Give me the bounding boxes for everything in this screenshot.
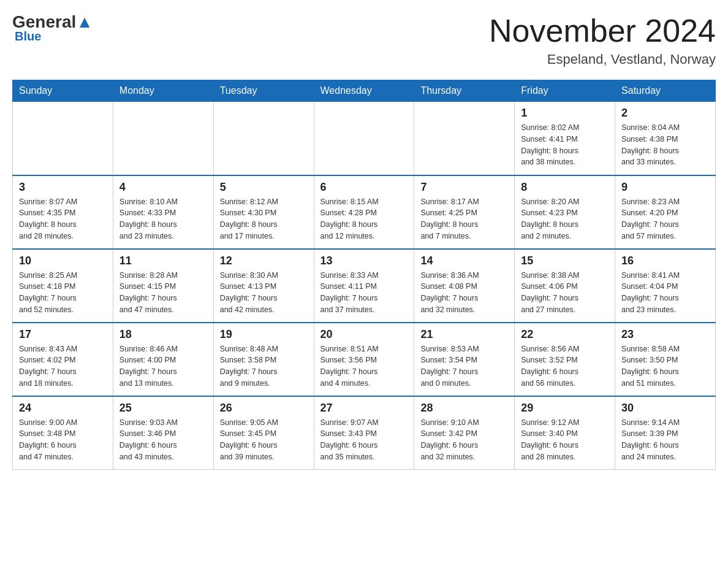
logo-subtext: Blue	[12, 29, 41, 44]
header-wednesday: Wednesday	[314, 80, 414, 102]
day-number: 13	[320, 255, 408, 267]
day-number: 25	[119, 402, 207, 415]
day-info: Sunrise: 9:00 AMSunset: 3:48 PMDaylight:…	[19, 417, 107, 463]
day-info: Sunrise: 8:48 AMSunset: 3:58 PMDaylight:…	[220, 343, 308, 389]
main-title: November 2024	[489, 12, 716, 49]
calendar-cell: 11Sunrise: 8:28 AMSunset: 4:15 PMDayligh…	[113, 249, 213, 323]
header-sunday: Sunday	[13, 80, 113, 102]
day-number: 2	[621, 107, 709, 120]
calendar-cell: 9Sunrise: 8:23 AMSunset: 4:20 PMDaylight…	[615, 175, 716, 249]
day-info: Sunrise: 9:05 AMSunset: 3:45 PMDaylight:…	[220, 417, 308, 463]
week-row-5: 24Sunrise: 9:00 AMSunset: 3:48 PMDayligh…	[13, 396, 716, 470]
day-number: 12	[220, 255, 308, 267]
day-info: Sunrise: 8:36 AMSunset: 4:08 PMDaylight:…	[420, 270, 508, 316]
header-friday: Friday	[515, 80, 615, 102]
calendar-cell: 21Sunrise: 8:53 AMSunset: 3:54 PMDayligh…	[414, 323, 515, 396]
day-info: Sunrise: 8:56 AMSunset: 3:52 PMDaylight:…	[521, 343, 609, 389]
calendar-cell: 27Sunrise: 9:07 AMSunset: 3:43 PMDayligh…	[314, 396, 414, 470]
calendar-cell: 5Sunrise: 8:12 AMSunset: 4:30 PMDaylight…	[213, 175, 314, 249]
day-number: 23	[621, 328, 709, 341]
week-row-4: 17Sunrise: 8:43 AMSunset: 4:02 PMDayligh…	[13, 323, 716, 396]
day-number: 18	[119, 328, 207, 341]
day-info: Sunrise: 8:41 AMSunset: 4:04 PMDaylight:…	[621, 270, 709, 316]
calendar-table: SundayMondayTuesdayWednesdayThursdayFrid…	[12, 80, 716, 470]
calendar-cell: 12Sunrise: 8:30 AMSunset: 4:13 PMDayligh…	[213, 249, 314, 323]
calendar-cell: 17Sunrise: 8:43 AMSunset: 4:02 PMDayligh…	[13, 323, 113, 396]
day-number: 14	[420, 255, 508, 267]
header-monday: Monday	[113, 80, 213, 102]
day-number: 15	[521, 255, 609, 267]
location-subtitle: Espeland, Vestland, Norway	[489, 52, 716, 67]
day-info: Sunrise: 8:04 AMSunset: 4:38 PMDaylight:…	[621, 122, 709, 168]
calendar-cell	[314, 102, 414, 175]
day-number: 30	[621, 402, 709, 415]
day-number: 17	[19, 328, 107, 341]
day-info: Sunrise: 8:58 AMSunset: 3:50 PMDaylight:…	[621, 343, 709, 389]
calendar-cell: 13Sunrise: 8:33 AMSunset: 4:11 PMDayligh…	[314, 249, 414, 323]
day-info: Sunrise: 8:46 AMSunset: 4:00 PMDaylight:…	[119, 343, 207, 389]
day-info: Sunrise: 8:07 AMSunset: 4:35 PMDaylight:…	[19, 196, 107, 242]
calendar-cell: 6Sunrise: 8:15 AMSunset: 4:28 PMDaylight…	[314, 175, 414, 249]
day-number: 10	[19, 255, 107, 267]
day-info: Sunrise: 8:30 AMSunset: 4:13 PMDaylight:…	[220, 270, 308, 316]
calendar-header-row: SundayMondayTuesdayWednesdayThursdayFrid…	[13, 80, 716, 102]
calendar-cell: 1Sunrise: 8:02 AMSunset: 4:41 PMDaylight…	[515, 102, 615, 175]
day-number: 8	[521, 181, 609, 194]
header-tuesday: Tuesday	[213, 80, 314, 102]
day-number: 20	[320, 328, 408, 341]
calendar-cell: 20Sunrise: 8:51 AMSunset: 3:56 PMDayligh…	[314, 323, 414, 396]
calendar-cell: 16Sunrise: 8:41 AMSunset: 4:04 PMDayligh…	[615, 249, 716, 323]
calendar-cell: 25Sunrise: 9:03 AMSunset: 3:46 PMDayligh…	[113, 396, 213, 470]
calendar-cell	[213, 102, 314, 175]
calendar-cell	[113, 102, 213, 175]
day-info: Sunrise: 8:25 AMSunset: 4:18 PMDaylight:…	[19, 270, 107, 316]
day-number: 29	[521, 402, 609, 415]
calendar-cell: 30Sunrise: 9:14 AMSunset: 3:39 PMDayligh…	[615, 396, 716, 470]
day-number: 1	[521, 107, 609, 120]
day-info: Sunrise: 8:02 AMSunset: 4:41 PMDaylight:…	[521, 122, 609, 168]
header-saturday: Saturday	[615, 80, 716, 102]
day-info: Sunrise: 8:33 AMSunset: 4:11 PMDaylight:…	[320, 270, 408, 316]
day-number: 22	[521, 328, 609, 341]
day-info: Sunrise: 9:12 AMSunset: 3:40 PMDaylight:…	[521, 417, 609, 463]
day-info: Sunrise: 9:14 AMSunset: 3:39 PMDaylight:…	[621, 417, 709, 463]
calendar-cell: 8Sunrise: 8:20 AMSunset: 4:23 PMDaylight…	[515, 175, 615, 249]
day-info: Sunrise: 8:43 AMSunset: 4:02 PMDaylight:…	[19, 343, 107, 389]
day-number: 5	[220, 181, 308, 194]
day-number: 21	[420, 328, 508, 341]
calendar-cell: 7Sunrise: 8:17 AMSunset: 4:25 PMDaylight…	[414, 175, 515, 249]
day-number: 16	[621, 255, 709, 267]
day-info: Sunrise: 8:20 AMSunset: 4:23 PMDaylight:…	[521, 196, 609, 242]
calendar-cell: 19Sunrise: 8:48 AMSunset: 3:58 PMDayligh…	[213, 323, 314, 396]
day-info: Sunrise: 8:53 AMSunset: 3:54 PMDaylight:…	[420, 343, 508, 389]
day-number: 19	[220, 328, 308, 341]
logo: General▲ Blue	[12, 12, 93, 44]
calendar-cell	[414, 102, 515, 175]
day-number: 27	[320, 402, 408, 415]
page-header: General▲ Blue November 2024 Espeland, Ve…	[12, 12, 716, 67]
calendar-cell	[13, 102, 113, 175]
day-info: Sunrise: 8:38 AMSunset: 4:06 PMDaylight:…	[521, 270, 609, 316]
day-number: 24	[19, 402, 107, 415]
calendar-cell: 4Sunrise: 8:10 AMSunset: 4:33 PMDaylight…	[113, 175, 213, 249]
day-info: Sunrise: 9:07 AMSunset: 3:43 PMDaylight:…	[320, 417, 408, 463]
day-info: Sunrise: 9:10 AMSunset: 3:42 PMDaylight:…	[420, 417, 508, 463]
calendar-cell: 10Sunrise: 8:25 AMSunset: 4:18 PMDayligh…	[13, 249, 113, 323]
day-info: Sunrise: 8:10 AMSunset: 4:33 PMDaylight:…	[119, 196, 207, 242]
calendar-cell: 14Sunrise: 8:36 AMSunset: 4:08 PMDayligh…	[414, 249, 515, 323]
calendar-cell: 18Sunrise: 8:46 AMSunset: 4:00 PMDayligh…	[113, 323, 213, 396]
day-info: Sunrise: 9:03 AMSunset: 3:46 PMDaylight:…	[119, 417, 207, 463]
day-info: Sunrise: 8:28 AMSunset: 4:15 PMDaylight:…	[119, 270, 207, 316]
calendar-cell: 15Sunrise: 8:38 AMSunset: 4:06 PMDayligh…	[515, 249, 615, 323]
week-row-2: 3Sunrise: 8:07 AMSunset: 4:35 PMDaylight…	[13, 175, 716, 249]
title-section: November 2024 Espeland, Vestland, Norway	[489, 12, 716, 67]
day-info: Sunrise: 8:17 AMSunset: 4:25 PMDaylight:…	[420, 196, 508, 242]
week-row-3: 10Sunrise: 8:25 AMSunset: 4:18 PMDayligh…	[13, 249, 716, 323]
day-number: 3	[19, 181, 107, 194]
day-number: 9	[621, 181, 709, 194]
calendar-cell: 24Sunrise: 9:00 AMSunset: 3:48 PMDayligh…	[13, 396, 113, 470]
calendar-cell: 28Sunrise: 9:10 AMSunset: 3:42 PMDayligh…	[414, 396, 515, 470]
calendar-cell: 23Sunrise: 8:58 AMSunset: 3:50 PMDayligh…	[615, 323, 716, 396]
day-info: Sunrise: 8:12 AMSunset: 4:30 PMDaylight:…	[220, 196, 308, 242]
day-number: 7	[420, 181, 508, 194]
